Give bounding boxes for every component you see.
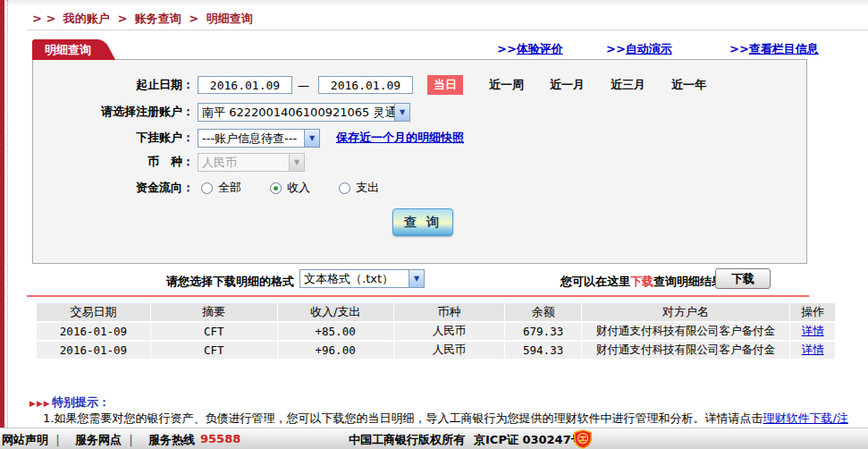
table-row: 2016-01-09 CFT +96.00 人民币 594.33 财付通支付科技… — [37, 342, 835, 359]
link-prefix: >> — [606, 42, 626, 55]
download-format-select[interactable]: 文本格式（.txt） ▼ — [299, 269, 425, 288]
left-red-strip — [0, 0, 4, 428]
quick-range-month[interactable]: 近一月 — [550, 77, 585, 93]
link-label: 查看栏目信息 — [749, 42, 819, 55]
download-hint-link[interactable]: 下载 — [630, 275, 653, 288]
footer-bar: 网站声明 ｜ 服务网点 ｜ 服务热线 95588 中国工商银行版权所有 京ICP… — [0, 428, 868, 449]
table-row: 2016-01-09 CFT +85.00 人民币 679.33 财付通支付科技… — [37, 323, 835, 340]
download-format-label: 请您选择下载明细的格式 — [166, 274, 294, 290]
top-fade-band — [0, 0, 868, 7]
sub-account-label: 下挂账户： — [33, 130, 194, 146]
radio-icon — [339, 182, 350, 194]
cell-currency: 人民币 — [394, 323, 505, 340]
cell-date: 2016-01-09 — [37, 323, 150, 340]
icbc-shield-icon — [573, 429, 593, 449]
service-hotline-label: 服务热线 — [148, 432, 195, 448]
breadcrumb-separator: > — [189, 12, 198, 25]
view-column-info-link[interactable]: >>查看栏目信息 — [729, 41, 819, 57]
query-button[interactable]: 查 询 — [392, 208, 453, 236]
col-header-action: 操作 — [790, 303, 835, 321]
quick-range-week[interactable]: 近一周 — [489, 77, 524, 93]
notice-title: 特别提示： — [52, 394, 110, 411]
tab-details-query: 明细查询 — [32, 39, 98, 60]
quick-range-quarter[interactable]: 近三月 — [611, 77, 645, 93]
service-outlets-link[interactable]: 服务网点 — [75, 432, 122, 448]
registered-account-select[interactable]: 南平 6222001406100921065 灵通卡 ▼ — [198, 103, 410, 122]
radio-icon — [201, 182, 213, 194]
service-hotline-number: 95588 — [200, 432, 240, 445]
currency-value: 人民币 — [198, 154, 289, 171]
breadcrumb-separator: > — [117, 12, 127, 25]
transactions-table: 交易日期 摘要 收入/支出 币种 余额 对方户名 操作 2016-01-09 C… — [36, 301, 836, 360]
date-range-label: 起止日期： — [33, 77, 194, 93]
site-statement-link[interactable]: 网站声明 — [2, 432, 48, 448]
cell-balance: 679.33 — [505, 323, 581, 340]
red-divider-line — [27, 295, 809, 297]
fund-flow-label: 资金流向： — [33, 180, 194, 196]
download-button[interactable]: 下载 — [715, 268, 771, 289]
flow-radio-all[interactable]: 全部 — [201, 180, 241, 196]
table-header-row: 交易日期 摘要 收入/支出 币种 余额 对方户名 操作 — [37, 303, 835, 321]
chevron-down-icon: ▼ — [304, 130, 319, 147]
sub-account-select[interactable]: ---账户信息待查--- ▼ — [198, 129, 320, 148]
flow-radio-all-label: 全部 — [218, 180, 241, 196]
chevron-down-icon: ▼ — [289, 154, 304, 171]
chevron-down-icon: ▼ — [409, 270, 424, 287]
cell-counterparty: 财付通支付科技有限公司客户备付金 — [582, 323, 789, 340]
currency-select-disabled: 人民币 ▼ — [198, 153, 305, 172]
left-dotted-rule — [7, 0, 8, 428]
quick-range-today-button[interactable]: 当日 — [427, 75, 463, 95]
currency-label: 币 种： — [33, 154, 194, 170]
notice-text: 1.如果您需要对您的银行资产、负债进行管理，您可以下载您的当日明细，导入工商银行… — [43, 411, 763, 425]
footer-separator: ｜ — [125, 432, 137, 448]
start-date-input[interactable] — [198, 76, 292, 94]
finance-software-download-link[interactable]: 理财软件下载/注 — [763, 411, 847, 425]
end-date-input[interactable] — [318, 76, 413, 94]
registered-account-label: 请选择注册账户： — [33, 104, 194, 120]
col-header-currency: 币种 — [394, 303, 505, 321]
download-format-value: 文本格式（.txt） — [300, 270, 409, 287]
date-range-row: 起止日期： — 当日 近一周 近一月 近三月 近一年 — [33, 74, 706, 96]
header-divider — [27, 30, 868, 30]
sub-account-row: 下挂账户： ---账户信息待查--- ▼ 保存近一个月的明细快照 — [33, 127, 464, 148]
breadcrumb: > > 我的账户 > 账务查询 > 明细查询 — [32, 11, 257, 27]
sub-account-value: ---账户信息待查--- — [198, 130, 304, 147]
registered-account-value: 南平 6222001406100921065 灵通卡 — [198, 104, 394, 121]
link-prefix: >> — [497, 42, 517, 55]
notice-body: 1.如果您需要对您的银行资产、负债进行管理，您可以下载您的当日明细，导入工商银行… — [43, 411, 868, 427]
download-hint: 您可以在这里下载查询明细结果 — [560, 274, 723, 290]
col-header-date: 交易日期 — [37, 303, 150, 321]
breadcrumb-account-query[interactable]: 账务查询 — [135, 12, 181, 25]
link-prefix: >> — [729, 42, 749, 55]
footer-separator: ｜ — [52, 432, 63, 448]
registered-account-row: 请选择注册账户： 南平 6222001406100921065 灵通卡 ▼ — [33, 101, 410, 123]
col-header-summary: 摘要 — [151, 303, 277, 321]
icp-license-text: 京ICP证 030247号 — [474, 432, 583, 448]
link-label: 体验评价 — [517, 42, 563, 55]
download-hint-suffix: 查询明细结果 — [653, 275, 723, 288]
save-monthly-snapshot-link[interactable]: 保存近一个月的明细快照 — [336, 130, 464, 146]
breadcrumb-prefix: > > — [32, 12, 55, 25]
col-header-counterparty: 对方户名 — [582, 303, 789, 321]
chevron-down-icon: ▼ — [394, 104, 409, 121]
cell-balance: 594.33 — [505, 342, 581, 359]
auto-demo-link[interactable]: >>自动演示 — [606, 41, 672, 57]
breadcrumb-my-account[interactable]: 我的账户 — [63, 12, 110, 25]
experience-rating-link[interactable]: >>体验评价 — [497, 41, 563, 57]
radio-icon — [270, 182, 282, 194]
breadcrumb-current: 明细查询 — [206, 12, 253, 25]
detail-link[interactable]: 详情 — [802, 343, 824, 356]
quick-range-year[interactable]: 近一年 — [671, 77, 706, 93]
flow-radio-expense[interactable]: 支出 — [339, 180, 379, 196]
notice-arrows-icon: ▶▶▶ — [29, 399, 51, 408]
flow-radio-income[interactable]: 收入 — [270, 180, 310, 196]
col-header-amount: 收入/支出 — [278, 303, 393, 321]
query-form-panel: 起止日期： — 当日 近一周 近一月 近三月 近一年 请选择注册账户： 南平 6… — [32, 59, 807, 264]
cell-currency: 人民币 — [394, 342, 505, 359]
download-hint-prefix: 您可以在这里 — [560, 275, 630, 288]
cell-summary: CFT — [151, 323, 277, 340]
details-query-page: > > 我的账户 > 账务查询 > 明细查询 明细查询 >>体验评价 >>自动演… — [0, 0, 868, 449]
fund-flow-row: 资金流向： 全部 收入 支出 — [33, 177, 379, 199]
detail-link[interactable]: 详情 — [802, 324, 824, 337]
cell-date: 2016-01-09 — [37, 342, 150, 359]
